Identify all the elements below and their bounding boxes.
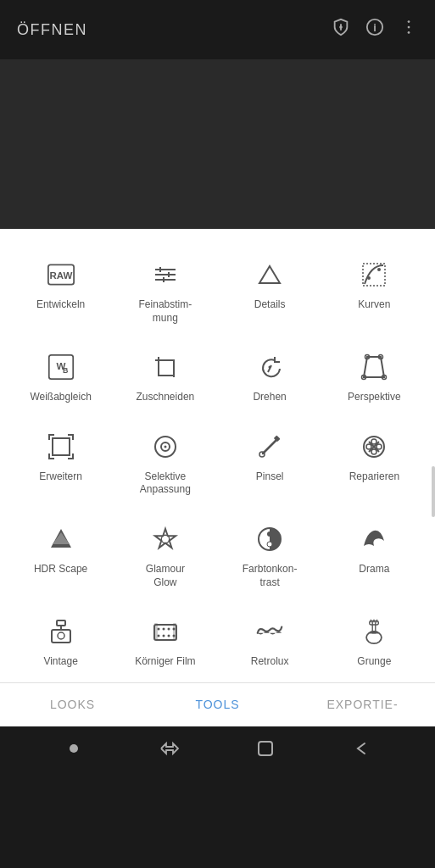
tools-area: RAW Entwickeln Feinabsti xyxy=(0,229,435,682)
svg-marker-27 xyxy=(364,357,384,377)
tool-zuschneiden[interactable]: Zuschneiden xyxy=(113,338,217,418)
tool-glamourglow-label: GlamourGlow xyxy=(146,563,185,589)
tool-perspektive-label: Perspektive xyxy=(348,391,401,404)
svg-rect-67 xyxy=(173,623,176,640)
svg-point-42 xyxy=(371,439,376,444)
tool-retrolux[interactable]: Retrolux xyxy=(218,603,322,682)
tab-exportieren[interactable]: EXPORTIE- xyxy=(290,683,435,726)
tool-grunge-icon xyxy=(355,613,393,650)
header: ÖFFNEN i xyxy=(0,0,435,59)
svg-point-37 xyxy=(259,452,265,457)
tool-kurven[interactable]: Kurven xyxy=(322,246,427,338)
svg-point-75 xyxy=(70,744,78,753)
svg-point-56 xyxy=(58,632,64,639)
tool-koernigerfilm-icon xyxy=(147,613,184,650)
svg-point-43 xyxy=(376,444,382,449)
svg-point-26 xyxy=(269,366,271,369)
svg-rect-16 xyxy=(363,264,385,286)
tool-entwickeln-icon: RAW xyxy=(42,256,80,293)
tool-drehen-icon xyxy=(251,348,288,386)
svg-point-49 xyxy=(161,535,169,542)
tool-feinabstimmung-label: Feinabstim-mung xyxy=(139,298,192,325)
tool-entwickeln-label: Entwickeln xyxy=(36,298,85,312)
tool-drehen[interactable]: Drehen xyxy=(218,338,322,418)
tool-drehen-label: Drehen xyxy=(253,391,286,404)
svg-rect-66 xyxy=(154,623,158,640)
tool-drama-icon xyxy=(355,520,393,558)
preview-area xyxy=(0,59,435,229)
nav-square-icon[interactable] xyxy=(248,732,282,765)
tool-hdrscape-label: HDR Scape xyxy=(34,563,87,576)
tool-details[interactable]: Details xyxy=(218,246,322,338)
svg-point-6 xyxy=(408,31,410,34)
tool-entwickeln[interactable]: RAW Entwickeln xyxy=(8,246,113,338)
tool-selektive[interactable]: SelektiveAnpassung xyxy=(113,418,217,510)
tool-perspektive-icon xyxy=(355,348,393,386)
tool-retrolux-icon xyxy=(251,613,288,650)
tool-koernigerfilm[interactable]: Körniger Film xyxy=(113,603,217,682)
svg-point-63 xyxy=(162,635,165,637)
tool-zuschneiden-icon xyxy=(147,348,184,386)
info-icon[interactable]: i xyxy=(365,18,384,42)
tool-weissabgleich-icon: W B xyxy=(42,348,80,386)
svg-rect-76 xyxy=(259,742,272,755)
tool-glamourglow-icon xyxy=(147,520,184,558)
svg-rect-22 xyxy=(159,360,174,376)
tool-farbtonkontrast[interactable]: Farbtonkon-trast xyxy=(218,510,322,603)
tools-grid: RAW Entwickeln Feinabsti xyxy=(8,246,427,682)
svg-point-1 xyxy=(340,26,342,28)
main-content: RAW Entwickeln Feinabsti xyxy=(0,229,435,726)
tool-weissabgleich-label: Weißabgleich xyxy=(30,391,91,404)
tool-glamourglow[interactable]: GlamourGlow xyxy=(113,510,217,603)
tool-reparieren-label: Reparieren xyxy=(349,470,399,484)
svg-point-51 xyxy=(267,531,272,537)
scroll-indicator xyxy=(432,466,435,517)
tool-selektive-label: SelektiveAnpassung xyxy=(140,470,191,497)
svg-point-5 xyxy=(408,26,410,29)
tool-drama-label: Drama xyxy=(359,563,389,576)
svg-marker-47 xyxy=(53,532,70,544)
nav-dot-icon[interactable] xyxy=(57,732,91,765)
svg-marker-48 xyxy=(155,529,176,548)
tool-vintage-label: Vintage xyxy=(43,655,77,669)
tool-koernigerfilm-label: Körniger Film xyxy=(135,655,195,669)
more-icon[interactable] xyxy=(399,18,418,42)
header-icons: i xyxy=(332,18,418,42)
nav-back-icon[interactable] xyxy=(344,732,378,765)
tool-grunge[interactable]: Grunge xyxy=(322,603,427,682)
nav-route-icon[interactable] xyxy=(153,732,187,765)
nav-bar xyxy=(0,726,435,771)
svg-point-60 xyxy=(167,628,170,631)
tool-pinsel-icon xyxy=(251,428,288,465)
tool-erweitern[interactable]: Erweitern xyxy=(8,418,113,510)
svg-point-17 xyxy=(367,276,371,280)
svg-point-52 xyxy=(267,542,272,547)
svg-marker-15 xyxy=(259,266,280,283)
tab-looks[interactable]: LOOKS xyxy=(0,683,145,726)
tool-reparieren[interactable]: Reparieren xyxy=(322,418,427,510)
tool-perspektive[interactable]: Perspektive xyxy=(322,338,427,418)
svg-point-35 xyxy=(164,445,166,448)
tab-tools[interactable]: TOOLS xyxy=(145,683,290,726)
tool-weissabgleich[interactable]: W B Weißabgleich xyxy=(8,338,113,418)
tool-details-label: Details xyxy=(254,298,286,312)
tool-reparieren-icon xyxy=(355,428,393,465)
svg-rect-53 xyxy=(57,620,65,626)
tool-feinabstimmung[interactable]: Feinabstim-mung xyxy=(113,246,217,338)
tool-farbtonkontrast-icon xyxy=(251,520,288,558)
tool-grunge-label: Grunge xyxy=(357,655,391,669)
tool-kurven-icon xyxy=(355,256,393,293)
tool-hdrscape[interactable]: HDR Scape xyxy=(8,510,113,603)
tool-vintage[interactable]: Vintage xyxy=(8,603,113,682)
tool-vintage-icon xyxy=(42,613,80,650)
svg-point-45 xyxy=(366,444,371,449)
svg-rect-32 xyxy=(53,438,70,455)
svg-line-36 xyxy=(263,440,276,453)
tool-kurven-label: Kurven xyxy=(358,298,390,312)
shield-icon[interactable] xyxy=(332,18,350,42)
tool-hdrscape-icon xyxy=(42,520,80,558)
svg-text:RAW: RAW xyxy=(49,270,72,281)
tool-pinsel[interactable]: Pinsel xyxy=(218,418,322,510)
svg-point-4 xyxy=(408,20,410,23)
tool-drama[interactable]: Drama xyxy=(322,510,427,603)
